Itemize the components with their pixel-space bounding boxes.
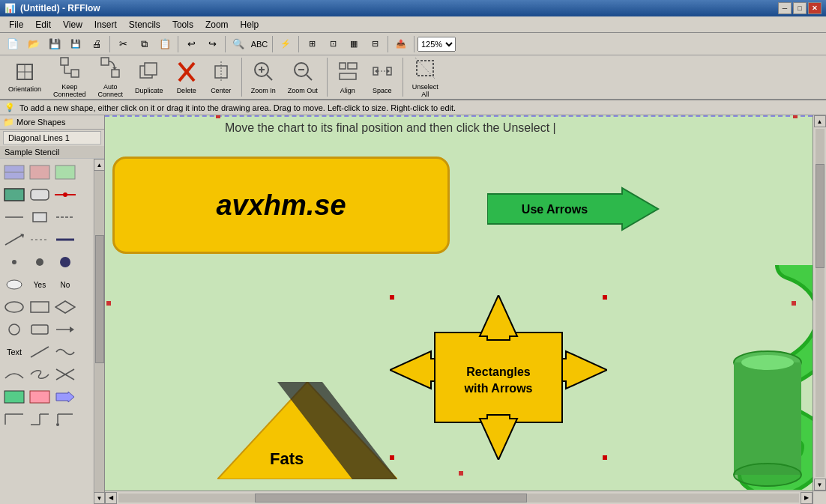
shape-line2[interactable] [54,208,76,226]
diagonal-lines-item[interactable]: Diagonal Lines 1 [3,131,101,145]
handle-left[interactable] [106,301,111,306]
new-button[interactable]: 📄 [3,35,22,53]
shape-rect-sm[interactable] [28,208,51,226]
zoom-in-button[interactable]: Zoom In [246,58,281,97]
spell-button[interactable]: ABC [250,35,269,53]
minimize-button[interactable]: ─ [778,2,792,14]
cut-button[interactable]: ✂ [113,35,133,53]
drawing-area[interactable]: Move the chart to its final position and… [105,115,813,491]
yellow-rect-shape[interactable]: avxhm.se [112,157,450,254]
shape-scissors[interactable] [54,365,76,383]
menu-help[interactable]: Help [235,18,265,31]
corner-handle-tl[interactable] [216,115,220,118]
sample-stencil-item[interactable]: Sample Stencil [0,146,104,159]
shape-step3[interactable] [54,410,76,428]
shape-swirl[interactable] [28,365,51,383]
handle-bottom-mid[interactable] [459,471,463,476]
connect-button[interactable]: ⚡ [276,35,295,53]
redo-button[interactable]: ↪ [202,35,222,53]
corner-handle-tr[interactable] [793,115,798,118]
hscroll-thumb[interactable] [255,494,527,503]
align-button[interactable]: Align [331,58,364,97]
shape-squiggle[interactable] [54,343,76,361]
duplicate-button[interactable]: Duplicate [130,58,169,97]
shape-line1[interactable] [3,208,25,226]
shape-oval1[interactable] [3,298,25,316]
auto-connect-button[interactable]: AutoConnect [93,54,129,100]
center-button[interactable]: Center [205,58,238,97]
shape-rounded-rect[interactable] [28,186,51,204]
shape-image3[interactable] [54,163,76,181]
hscroll-left-button[interactable]: ◀ [105,492,117,504]
shape-rect1[interactable] [28,298,51,316]
shape-purple-arrow[interactable] [54,388,76,406]
shape-step2[interactable] [28,410,51,428]
vscroll-track[interactable] [816,129,825,477]
shape-image2[interactable] [28,163,51,181]
grid2-button[interactable]: ⊡ [323,35,343,53]
shape-dot-sm[interactable] [3,253,25,271]
menu-view[interactable]: View [57,18,88,31]
keep-connected-button[interactable]: KeepConnected [48,54,91,100]
menu-insert[interactable]: Insert [88,18,123,31]
print-button[interactable]: 🖨 [87,35,106,53]
shape-pink-rect[interactable] [28,388,51,406]
window-controls[interactable]: ─ □ ✕ [778,2,822,14]
shape-curve1[interactable] [3,365,25,383]
shape-rect-green[interactable] [3,186,25,204]
unselect-all-button[interactable]: UnselectAll [407,54,444,100]
save-button[interactable]: 💾 [45,35,64,53]
shape-image1[interactable] [3,163,25,181]
shape-rect2[interactable] [28,321,51,338]
menu-edit[interactable]: Edit [29,18,57,31]
undo-button[interactable]: ↩ [181,35,201,53]
green-arrow-shape[interactable]: Use Arrows [487,186,660,231]
shape-green-rect[interactable] [3,388,25,406]
shape-text-label[interactable]: Text [3,343,25,361]
shape-connector[interactable] [54,186,76,204]
save-as-button[interactable]: 💾 [66,35,85,53]
paste-button[interactable]: 📋 [155,35,175,53]
menu-zoom[interactable]: Zoom [199,18,235,31]
shape-oval-sm[interactable] [3,276,25,294]
rwa-shape[interactable]: Rectangles with Arrows [390,295,607,460]
menu-tools[interactable]: Tools [166,18,199,31]
delete-button[interactable]: Delete [170,58,203,97]
space-button[interactable]: Space [366,58,399,97]
open-button[interactable]: 📂 [24,35,43,53]
shape-diag-arrow[interactable] [3,231,25,249]
shape-bold-line[interactable] [54,231,76,249]
grid1-button[interactable]: ⊞ [302,35,322,53]
shape-step1[interactable] [3,410,25,428]
grid3-button[interactable]: ▦ [344,35,364,53]
vscroll-thumb[interactable] [816,164,825,269]
grid4-button[interactable]: ⊟ [365,35,385,53]
shape-dot-lg[interactable] [54,253,76,271]
shape-dash-line[interactable] [28,231,51,249]
left-scroll-down[interactable]: ▼ [94,492,105,504]
shape-yes-label[interactable]: Yes [28,276,51,294]
close-button[interactable]: ✕ [808,2,822,14]
fats-triangle-shape[interactable]: Fats [217,382,397,479]
shape-diag-line[interactable] [28,343,51,361]
zoom-select[interactable]: 75% 100% 125% 150% 200% [417,37,456,52]
shape-no-label[interactable]: No [54,276,76,294]
zoom-out-button[interactable]: Zoom Out [283,58,323,97]
shape-arrow-right[interactable] [54,321,76,338]
maximize-button[interactable]: □ [793,2,807,14]
menu-file[interactable]: File [3,18,29,31]
shape-dot-md[interactable] [28,253,51,271]
menu-stencils[interactable]: Stencils [123,18,166,31]
shape-diamond[interactable] [54,298,76,316]
shape-circle1[interactable] [3,321,25,338]
handle-right[interactable] [792,301,796,306]
vscroll-down-button[interactable]: ▼ [814,479,826,491]
hscroll-right-button[interactable]: ▶ [801,492,813,504]
find-button[interactable]: 🔍 [229,35,248,53]
vscroll-up-button[interactable]: ▲ [814,115,826,127]
hscroll-track[interactable] [118,494,799,503]
orientation-button[interactable]: Orientation [3,59,46,95]
more-shapes-label[interactable]: More Shapes [16,118,65,127]
copy-button[interactable]: ⧉ [134,35,154,53]
left-scroll-up[interactable]: ▲ [94,159,105,171]
